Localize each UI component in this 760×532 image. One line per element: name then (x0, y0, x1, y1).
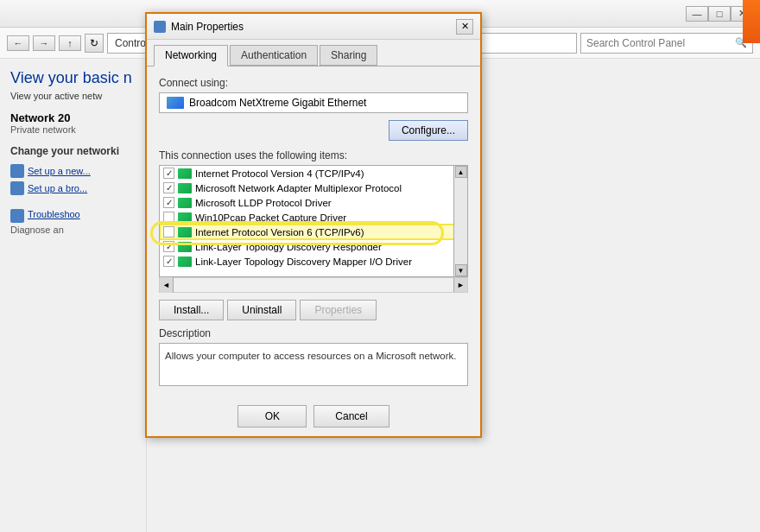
troubleshoot-section: Troubleshoo Diagnose an (10, 209, 136, 235)
item-checkbox-2[interactable] (163, 197, 174, 208)
tab-networking[interactable]: Networking (154, 45, 228, 66)
troubleshoot-icon (10, 209, 24, 223)
item-checkbox-5[interactable] (163, 241, 174, 252)
description-text: Allows your computer to access resources… (159, 343, 468, 386)
connect-using-label: Connect using: (159, 77, 468, 89)
scroll-down-btn[interactable]: ▼ (455, 264, 467, 276)
main-properties-dialog: Main Properties ✕ Networking Authenticat… (145, 12, 482, 438)
configure-button[interactable]: Configure... (389, 120, 468, 141)
left-panel: View your basic n View your active netw … (0, 59, 147, 532)
search-box[interactable]: 🔍 (580, 33, 753, 54)
ok-button[interactable]: OK (238, 405, 307, 428)
item-label-0: Internet Protocol Version 4 (TCP/IPv4) (195, 168, 364, 179)
item-icon-5 (178, 242, 192, 252)
setup-new-label: Set up a new... (28, 166, 91, 176)
item-label-2: Microsoft LLDP Protocol Driver (195, 198, 332, 208)
troubleshoot-label: Troubleshoo (28, 209, 80, 219)
panel-title: View your basic n (10, 69, 136, 87)
list-item[interactable]: Internet Protocol Version 4 (TCP/IPv4) (160, 166, 467, 180)
item-icon-6 (178, 256, 192, 267)
item-checkbox-4[interactable] (163, 226, 174, 238)
search-input[interactable] (586, 37, 735, 49)
list-item[interactable]: Microsoft LLDP Protocol Driver (160, 195, 467, 210)
adapter-name: Broadcom NetXtreme Gigabit Ethernet (189, 97, 366, 109)
item-checkbox-3[interactable] (163, 212, 174, 223)
item-checkbox-0[interactable] (163, 168, 174, 179)
cancel-button[interactable]: Cancel (314, 405, 389, 428)
panel-subtitle: View your active netw (10, 91, 136, 101)
setup-bro-link[interactable]: Set up a bro... (10, 181, 136, 195)
dialog-title: Main Properties (171, 21, 451, 33)
dialog-close-btn[interactable]: ✕ (456, 19, 473, 35)
setup-bro-label: Set up a bro... (28, 183, 87, 193)
items-list-container: Internet Protocol Version 4 (TCP/IPv4) M… (159, 165, 468, 277)
item-checkbox-1[interactable] (163, 182, 174, 193)
list-item[interactable]: Win10Pcap Packet Capture Driver (160, 210, 467, 225)
install-button[interactable]: Install... (159, 300, 224, 320)
setup-bro-icon (10, 181, 24, 195)
item-checkbox-6[interactable] (163, 256, 174, 267)
item-label-1: Microsoft Network Adapter Multiplexor Pr… (195, 183, 402, 193)
uninstall-button[interactable]: Uninstall (227, 300, 296, 320)
orange-accent (743, 0, 760, 43)
list-item[interactable]: Microsoft Network Adapter Multiplexor Pr… (160, 180, 467, 195)
item-icon-3 (178, 212, 192, 223)
setup-new-icon (10, 164, 24, 178)
list-item[interactable]: Link-Layer Topology Discovery Responder (160, 239, 467, 254)
item-label-5: Link-Layer Topology Discovery Responder (195, 242, 382, 252)
dialog-title-icon (154, 21, 166, 33)
maximize-btn[interactable]: □ (708, 6, 731, 22)
troubleshoot-link[interactable]: Troubleshoo (10, 209, 136, 223)
dialog-tabs: Networking Authentication Sharing (147, 40, 480, 66)
refresh-btn[interactable]: ↻ (85, 34, 104, 53)
dialog-content: Connect using: Broadcom NetXtreme Gigabi… (147, 66, 480, 396)
change-settings-label: Change your networki (10, 145, 136, 157)
adapter-icon (167, 97, 184, 109)
minimize-btn[interactable]: — (686, 6, 708, 22)
dialog-titlebar: Main Properties ✕ (147, 14, 480, 40)
list-nav-left[interactable]: ◄ (160, 277, 174, 293)
network-name: Network 20 (10, 111, 136, 124)
troubleshoot-sub: Diagnose an (10, 225, 136, 235)
item-icon-0 (178, 168, 192, 179)
item-icon-2 (178, 198, 192, 208)
list-item[interactable]: Link-Layer Topology Discovery Mapper I/O… (160, 254, 467, 269)
forward-btn[interactable]: → (33, 35, 55, 51)
tab-sharing[interactable]: Sharing (320, 45, 377, 66)
description-title: Description (159, 327, 468, 339)
item-icon-1 (178, 183, 192, 193)
connection-items-label: This connection uses the following items… (159, 149, 468, 162)
description-section: Description Allows your computer to acce… (159, 327, 468, 386)
item-label-6: Link-Layer Topology Discovery Mapper I/O… (195, 256, 412, 267)
item-label-4: Internet Protocol Version 6 (TCP/IPv6) (195, 227, 364, 238)
configure-btn-wrapper: Configure... (159, 120, 468, 141)
dialog-footer: OK Cancel (147, 396, 480, 436)
list-nav-right[interactable]: ► (453, 278, 467, 292)
action-buttons: Install... Uninstall Properties (159, 300, 468, 320)
item-icon-4 (178, 227, 192, 238)
items-list: Internet Protocol Version 4 (TCP/IPv4) M… (160, 166, 467, 276)
up-btn[interactable]: ↑ (59, 35, 81, 51)
properties-button[interactable]: Properties (300, 300, 377, 320)
network-type: Private network (10, 124, 136, 135)
scroll-up-btn[interactable]: ▲ (455, 166, 467, 178)
tab-authentication[interactable]: Authentication (230, 45, 318, 66)
adapter-row: Broadcom NetXtreme Gigabit Ethernet (159, 92, 468, 113)
item-label-3: Win10Pcap Packet Capture Driver (195, 212, 346, 223)
list-item-highlighted[interactable]: Internet Protocol Version 6 (TCP/IPv6) (160, 225, 467, 239)
back-btn[interactable]: ← (7, 35, 29, 51)
scroll-indicator: ▲ ▼ (453, 166, 467, 276)
setup-new-link[interactable]: Set up a new... (10, 164, 136, 178)
nav-arrows-wrapper: ◄ ► (159, 277, 468, 293)
